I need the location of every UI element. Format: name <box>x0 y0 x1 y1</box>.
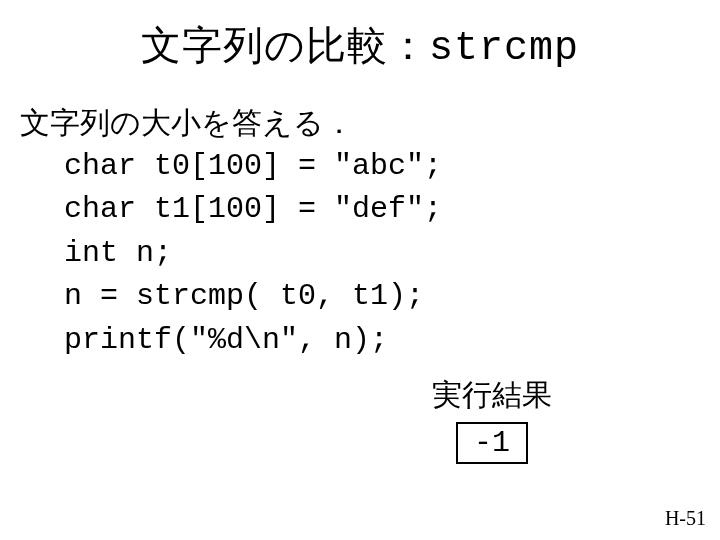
code-line-4: n = strcmp( t0, t1); <box>20 275 720 319</box>
page-number: H-51 <box>665 507 706 530</box>
result-value: -1 <box>456 422 528 464</box>
title-mono: strcmp <box>429 26 579 71</box>
title-jp: 文字列の比較： <box>141 23 429 67</box>
lead-text: 文字列の大小を答える． <box>20 101 720 145</box>
code-line-2: char t1[100] = "def"; <box>20 188 720 232</box>
slide-title: 文字列の比較：strcmp <box>0 0 720 73</box>
code-line-5: printf("%d\n", n); <box>20 319 720 363</box>
code-line-3: int n; <box>20 232 720 276</box>
code-line-1: char t0[100] = "abc"; <box>20 145 720 189</box>
result-block: 実行結果 -1 <box>432 375 552 464</box>
slide-body: 文字列の大小を答える． char t0[100] = "abc"; char t… <box>0 73 720 362</box>
result-label: 実行結果 <box>432 375 552 416</box>
slide: 文字列の比較：strcmp 文字列の大小を答える． char t0[100] =… <box>0 0 720 540</box>
